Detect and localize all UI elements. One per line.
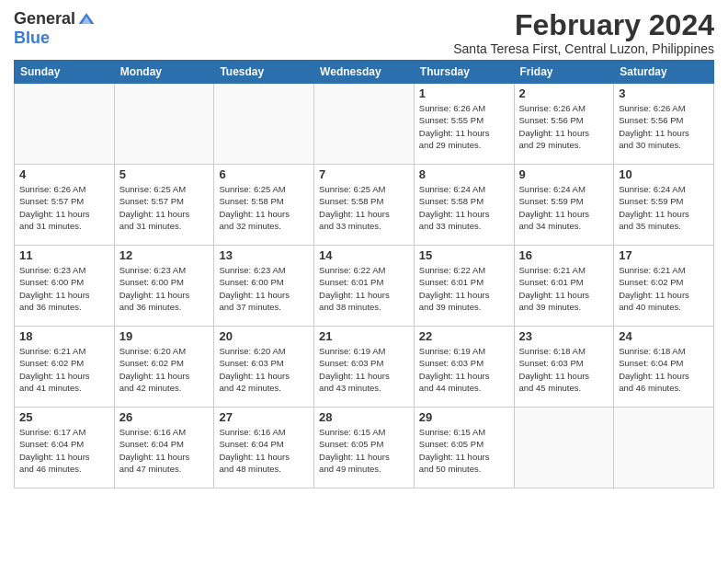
- day-info: Sunrise: 6:20 AM Sunset: 6:03 PM Dayligh…: [219, 345, 309, 394]
- table-row: 26Sunrise: 6:16 AM Sunset: 6:04 PM Dayli…: [114, 408, 214, 488]
- day-info: Sunrise: 6:24 AM Sunset: 5:59 PM Dayligh…: [519, 183, 609, 232]
- day-number: 11: [19, 248, 109, 262]
- day-info: Sunrise: 6:17 AM Sunset: 6:04 PM Dayligh…: [19, 426, 109, 475]
- day-number: 4: [19, 167, 109, 181]
- day-number: 3: [619, 86, 709, 100]
- table-row: 28Sunrise: 6:15 AM Sunset: 6:05 PM Dayli…: [314, 408, 415, 488]
- day-number: 15: [419, 248, 509, 262]
- day-number: 13: [219, 248, 309, 262]
- day-info: Sunrise: 6:21 AM Sunset: 6:02 PM Dayligh…: [19, 345, 109, 394]
- day-info: Sunrise: 6:23 AM Sunset: 6:00 PM Dayligh…: [119, 264, 210, 313]
- day-info: Sunrise: 6:25 AM Sunset: 5:57 PM Dayligh…: [119, 183, 210, 232]
- week-row-2: 4Sunrise: 6:26 AM Sunset: 5:57 PM Daylig…: [15, 165, 714, 246]
- table-row: 4Sunrise: 6:26 AM Sunset: 5:57 PM Daylig…: [15, 165, 115, 246]
- day-info: Sunrise: 6:24 AM Sunset: 5:59 PM Dayligh…: [619, 183, 709, 232]
- week-row-3: 11Sunrise: 6:23 AM Sunset: 6:00 PM Dayli…: [15, 246, 714, 327]
- logo-blue-text: Blue: [14, 29, 50, 48]
- day-number: 6: [219, 167, 309, 181]
- day-info: Sunrise: 6:23 AM Sunset: 6:00 PM Dayligh…: [19, 264, 109, 313]
- table-row: 17Sunrise: 6:21 AM Sunset: 6:02 PM Dayli…: [614, 246, 714, 327]
- day-number: 19: [119, 329, 210, 343]
- table-row: [514, 408, 614, 488]
- day-info: Sunrise: 6:23 AM Sunset: 6:00 PM Dayligh…: [219, 264, 309, 313]
- col-saturday: Saturday: [614, 61, 714, 84]
- day-info: Sunrise: 6:19 AM Sunset: 6:03 PM Dayligh…: [319, 345, 409, 394]
- col-tuesday: Tuesday: [214, 61, 314, 84]
- header: General Blue February 2024 Santa Teresa …: [14, 9, 714, 56]
- table-row: 10Sunrise: 6:24 AM Sunset: 5:59 PM Dayli…: [614, 165, 714, 246]
- day-info: Sunrise: 6:19 AM Sunset: 6:03 PM Dayligh…: [419, 345, 509, 394]
- table-row: 29Sunrise: 6:15 AM Sunset: 6:05 PM Dayli…: [414, 408, 514, 488]
- week-row-4: 18Sunrise: 6:21 AM Sunset: 6:02 PM Dayli…: [15, 327, 714, 408]
- day-number: 14: [319, 248, 409, 262]
- day-info: Sunrise: 6:25 AM Sunset: 5:58 PM Dayligh…: [319, 183, 409, 232]
- day-info: Sunrise: 6:26 AM Sunset: 5:55 PM Dayligh…: [419, 102, 509, 151]
- page: General Blue February 2024 Santa Teresa …: [0, 0, 728, 563]
- day-number: 1: [419, 86, 509, 100]
- day-number: 28: [319, 410, 409, 424]
- table-row: 2Sunrise: 6:26 AM Sunset: 5:56 PM Daylig…: [514, 84, 614, 165]
- day-number: 12: [119, 248, 210, 262]
- day-number: 2: [519, 86, 609, 100]
- day-info: Sunrise: 6:22 AM Sunset: 6:01 PM Dayligh…: [319, 264, 409, 313]
- day-number: 5: [119, 167, 210, 181]
- day-number: 8: [419, 167, 509, 181]
- day-info: Sunrise: 6:26 AM Sunset: 5:56 PM Dayligh…: [619, 102, 709, 151]
- table-row: [214, 84, 314, 165]
- day-info: Sunrise: 6:18 AM Sunset: 6:04 PM Dayligh…: [619, 345, 709, 394]
- col-thursday: Thursday: [414, 61, 514, 84]
- logo: General Blue: [14, 9, 96, 48]
- day-number: 27: [219, 410, 309, 424]
- day-number: 25: [19, 410, 109, 424]
- day-info: Sunrise: 6:16 AM Sunset: 6:04 PM Dayligh…: [119, 426, 210, 475]
- day-info: Sunrise: 6:25 AM Sunset: 5:58 PM Dayligh…: [219, 183, 309, 232]
- table-row: 8Sunrise: 6:24 AM Sunset: 5:58 PM Daylig…: [414, 165, 514, 246]
- title-section: February 2024 Santa Teresa First, Centra…: [453, 9, 714, 56]
- day-info: Sunrise: 6:16 AM Sunset: 6:04 PM Dayligh…: [219, 426, 309, 475]
- table-row: 13Sunrise: 6:23 AM Sunset: 6:00 PM Dayli…: [214, 246, 314, 327]
- day-number: 24: [619, 329, 709, 343]
- table-row: 25Sunrise: 6:17 AM Sunset: 6:04 PM Dayli…: [15, 408, 115, 488]
- day-info: Sunrise: 6:20 AM Sunset: 6:02 PM Dayligh…: [119, 345, 210, 394]
- location: Santa Teresa First, Central Luzon, Phili…: [453, 41, 714, 56]
- logo-icon: [77, 10, 96, 29]
- table-row: 24Sunrise: 6:18 AM Sunset: 6:04 PM Dayli…: [614, 327, 714, 408]
- day-info: Sunrise: 6:15 AM Sunset: 6:05 PM Dayligh…: [319, 426, 409, 475]
- day-number: 26: [119, 410, 210, 424]
- table-row: 6Sunrise: 6:25 AM Sunset: 5:58 PM Daylig…: [214, 165, 314, 246]
- day-number: 7: [319, 167, 409, 181]
- col-monday: Monday: [114, 61, 214, 84]
- table-row: 22Sunrise: 6:19 AM Sunset: 6:03 PM Dayli…: [414, 327, 514, 408]
- day-info: Sunrise: 6:22 AM Sunset: 6:01 PM Dayligh…: [419, 264, 509, 313]
- day-number: 10: [619, 167, 709, 181]
- day-number: 29: [419, 410, 509, 424]
- header-row: Sunday Monday Tuesday Wednesday Thursday…: [15, 61, 714, 84]
- table-row: 11Sunrise: 6:23 AM Sunset: 6:00 PM Dayli…: [15, 246, 115, 327]
- day-info: Sunrise: 6:21 AM Sunset: 6:02 PM Dayligh…: [619, 264, 709, 313]
- table-row: 23Sunrise: 6:18 AM Sunset: 6:03 PM Dayli…: [514, 327, 614, 408]
- table-row: [314, 84, 415, 165]
- table-row: 19Sunrise: 6:20 AM Sunset: 6:02 PM Dayli…: [114, 327, 214, 408]
- day-info: Sunrise: 6:24 AM Sunset: 5:58 PM Dayligh…: [419, 183, 509, 232]
- logo-general-text: General: [14, 9, 75, 29]
- day-number: 23: [519, 329, 609, 343]
- table-row: 1Sunrise: 6:26 AM Sunset: 5:55 PM Daylig…: [414, 84, 514, 165]
- table-row: 9Sunrise: 6:24 AM Sunset: 5:59 PM Daylig…: [514, 165, 614, 246]
- col-wednesday: Wednesday: [314, 61, 415, 84]
- calendar-table: Sunday Monday Tuesday Wednesday Thursday…: [14, 60, 714, 488]
- week-row-5: 25Sunrise: 6:17 AM Sunset: 6:04 PM Dayli…: [15, 408, 714, 488]
- day-number: 16: [519, 248, 609, 262]
- table-row: [114, 84, 214, 165]
- week-row-1: 1Sunrise: 6:26 AM Sunset: 5:55 PM Daylig…: [15, 84, 714, 165]
- table-row: 15Sunrise: 6:22 AM Sunset: 6:01 PM Dayli…: [414, 246, 514, 327]
- month-year: February 2024: [453, 9, 714, 41]
- table-row: [614, 408, 714, 488]
- table-row: 7Sunrise: 6:25 AM Sunset: 5:58 PM Daylig…: [314, 165, 415, 246]
- day-info: Sunrise: 6:26 AM Sunset: 5:57 PM Dayligh…: [19, 183, 109, 232]
- table-row: 21Sunrise: 6:19 AM Sunset: 6:03 PM Dayli…: [314, 327, 415, 408]
- table-row: 14Sunrise: 6:22 AM Sunset: 6:01 PM Dayli…: [314, 246, 415, 327]
- table-row: 12Sunrise: 6:23 AM Sunset: 6:00 PM Dayli…: [114, 246, 214, 327]
- day-number: 17: [619, 248, 709, 262]
- day-info: Sunrise: 6:21 AM Sunset: 6:01 PM Dayligh…: [519, 264, 609, 313]
- day-number: 20: [219, 329, 309, 343]
